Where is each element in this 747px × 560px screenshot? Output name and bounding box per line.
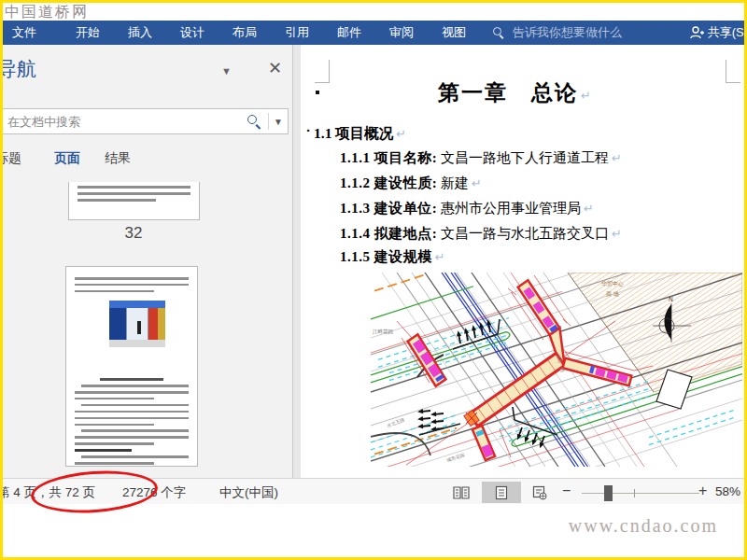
document-search-box[interactable]: ▼ bbox=[3, 108, 289, 134]
tab-home[interactable]: 开始 bbox=[62, 21, 114, 45]
nav-tab-headings[interactable]: 标题 bbox=[3, 150, 21, 167]
tab-mailings[interactable]: 邮件 bbox=[323, 21, 375, 45]
tab-design[interactable]: 设计 bbox=[166, 21, 218, 45]
read-mode-button[interactable] bbox=[449, 482, 473, 503]
share-button[interactable]: 共享(S) bbox=[689, 21, 747, 45]
nav-tab-pages[interactable]: 页面 bbox=[54, 150, 80, 167]
tab-layout[interactable]: 布局 bbox=[218, 21, 271, 45]
tab-view[interactable]: 视图 bbox=[428, 21, 480, 45]
language-indicator[interactable]: 中文(中国) bbox=[219, 484, 278, 501]
title-strip: 中国道桥网 bbox=[3, 3, 744, 21]
doc-item-4: 1.1.4 拟建地点: 文昌一路与水北五路交叉口↵ bbox=[340, 225, 622, 243]
print-layout-button[interactable] bbox=[482, 482, 521, 503]
thumbnail-page-number: 32 bbox=[67, 224, 200, 243]
tab-review[interactable]: 审阅 bbox=[375, 21, 428, 45]
read-mode-icon bbox=[453, 485, 470, 500]
site-plan-map: N 江畔花园 华贸中心 商 场 水北五路 文昌一路 城市花园 bbox=[371, 273, 742, 467]
screenshot-frame: 中国道桥网 文件 开始 插入 设计 布局 引用 邮件 审阅 视图 告诉我你想要做… bbox=[0, 0, 747, 560]
zoom-in-button[interactable]: + bbox=[698, 483, 707, 499]
map-label-mall-1: 华贸中心 bbox=[601, 280, 624, 287]
zoom-slider-track[interactable] bbox=[582, 493, 699, 494]
tab-file[interactable]: 文件 bbox=[0, 21, 50, 45]
tell-me-search[interactable]: 告诉我你想要做什么 bbox=[493, 24, 622, 41]
search-icon bbox=[493, 27, 505, 39]
bottom-strip: www.cndao.com bbox=[3, 504, 744, 557]
border-left bbox=[0, 0, 3, 560]
web-layout-icon bbox=[532, 485, 547, 500]
map-label-jiangpan: 江畔花园 bbox=[373, 329, 393, 335]
border-top bbox=[0, 0, 747, 3]
close-icon[interactable]: ✕ bbox=[268, 60, 282, 77]
tab-insert[interactable]: 插入 bbox=[114, 21, 166, 45]
navigation-pane: 导航 ▼ ✕ ▼ 标题 页面 结果 32 bbox=[3, 45, 292, 478]
map-label-mall-2: 商 场 bbox=[606, 290, 619, 298]
page-thumbnail-33[interactable] bbox=[65, 266, 198, 467]
site-watermark-bottom: www.cndao.com bbox=[569, 515, 718, 537]
zoom-slider-thumb[interactable] bbox=[604, 485, 613, 501]
doc-item-3: 1.1.3 建设单位: 惠州市公用事业管理局↵ bbox=[340, 200, 594, 217]
section-heading: 1.1 项目概况↵ bbox=[314, 124, 406, 144]
zoom-out-button[interactable]: − bbox=[562, 483, 571, 499]
tab-references[interactable]: 引用 bbox=[271, 21, 323, 45]
paragraph-mark: ↵ bbox=[581, 89, 593, 103]
share-label: 共享(S) bbox=[708, 24, 747, 41]
thumbnail-photo bbox=[109, 301, 165, 347]
person-plus-icon bbox=[689, 25, 704, 40]
tell-me-placeholder: 告诉我你想要做什么 bbox=[513, 24, 622, 41]
doc-item-1: 1.1.1 项目名称: 文昌一路地下人行通道工程↵ bbox=[340, 149, 622, 167]
nav-tab-results[interactable]: 结果 bbox=[105, 150, 131, 167]
north-label: N bbox=[669, 296, 673, 302]
page-thumbnail-32[interactable] bbox=[68, 182, 200, 220]
print-layout-icon bbox=[495, 485, 508, 500]
doc-item-5: 1.1.5 建设规模↵ bbox=[340, 248, 445, 266]
zoom-slider-center-tick bbox=[634, 489, 635, 497]
search-input[interactable] bbox=[3, 115, 246, 129]
paragraph-anchor-mark: · bbox=[306, 122, 311, 138]
chevron-down-icon[interactable]: ▼ bbox=[221, 65, 232, 77]
navigation-pane-title: 导航 bbox=[3, 56, 36, 82]
site-watermark-top: 中国道桥网 bbox=[5, 3, 89, 22]
chapter-title: 第一章 总论↵ bbox=[301, 78, 730, 107]
pane-divider bbox=[292, 45, 293, 478]
status-bar: 第 4 页，共 72 页 27276 个字 中文(中国) − bbox=[3, 478, 744, 504]
ribbon-tab-bar: 文件 开始 插入 设计 布局 引用 邮件 审阅 视图 告诉我你想要做什么 共享(… bbox=[3, 21, 744, 45]
doc-item-2: 1.1.2 建设性质: 新建↵ bbox=[340, 175, 482, 192]
search-icon[interactable] bbox=[246, 113, 262, 130]
chevron-down-icon[interactable]: ▼ bbox=[269, 117, 288, 127]
web-layout-button[interactable] bbox=[528, 482, 552, 503]
zoom-percentage[interactable]: 58% bbox=[715, 484, 740, 498]
